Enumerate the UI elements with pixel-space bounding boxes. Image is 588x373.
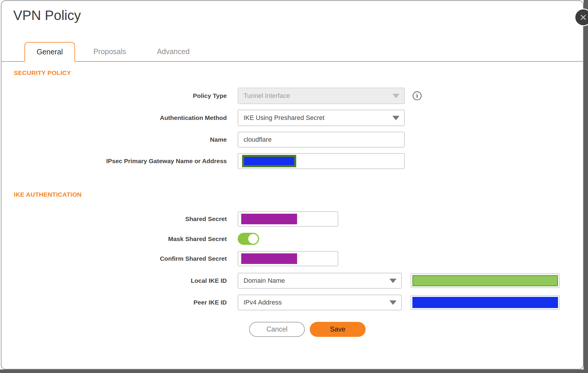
local-ike-id-label: Local IKE ID	[1, 277, 227, 284]
local-ike-id-row: Local IKE ID Domain Name	[1, 273, 585, 289]
peer-ike-id-row: Peer IKE ID IPv4 Address	[1, 295, 585, 310]
policy-type-value: Tunnel Interface	[244, 92, 290, 100]
dialog-actions: Cancel Save	[249, 322, 585, 337]
shared-secret-label: Shared Secret	[1, 215, 227, 223]
confirm-shared-secret-redaction	[241, 253, 297, 264]
shared-secret-row: Shared Secret	[1, 211, 585, 227]
policy-type-row: Policy Type Tunnel Interface i	[1, 88, 585, 104]
authentication-method-row: Authentication Method IKE Using Preshare…	[1, 110, 585, 126]
chevron-down-icon	[389, 300, 397, 305]
local-ike-id-redaction	[412, 275, 558, 286]
authentication-method-value: IKE Using Preshared Secret	[244, 114, 324, 122]
security-policy-section-title: SECURITY POLICY	[14, 69, 585, 76]
mask-shared-secret-label: Mask Shared Secret	[1, 235, 227, 242]
peer-ike-id-type-value: IPv4 Address	[244, 299, 282, 306]
modal-right-edge	[584, 0, 588, 373]
gateway-row: IPsec Primary Gateway Name or Address	[1, 153, 585, 169]
chevron-down-icon	[392, 116, 399, 120]
cancel-button[interactable]: Cancel	[249, 322, 305, 337]
policy-type-label: Policy Type	[1, 92, 227, 99]
save-button[interactable]: Save	[310, 322, 366, 337]
mask-shared-secret-toggle[interactable]	[238, 233, 259, 245]
info-icon-glyph: i	[416, 93, 418, 99]
peer-ike-id-label: Peer IKE ID	[1, 299, 227, 306]
confirm-shared-secret-row: Confirm Shared Secret	[1, 251, 585, 266]
policy-type-select: Tunnel Interface	[238, 88, 405, 104]
tab-bar: General Proposals Advanced	[1, 42, 584, 62]
confirm-shared-secret-label: Confirm Shared Secret	[1, 255, 227, 262]
gateway-label: IPsec Primary Gateway Name or Address	[1, 158, 227, 165]
close-icon: ✕	[579, 12, 587, 23]
name-row: Name cloudflare	[1, 132, 585, 148]
tab-proposals[interactable]: Proposals	[83, 42, 136, 61]
local-ike-id-type-value: Domain Name	[244, 277, 285, 285]
authentication-method-label: Authentication Method	[1, 114, 227, 121]
info-icon[interactable]: i	[413, 91, 422, 100]
mask-shared-secret-row: Mask Shared Secret	[1, 233, 585, 245]
general-tab-content: SECURITY POLICY Policy Type Tunnel Inter…	[1, 62, 585, 337]
local-ike-id-value-input[interactable]	[411, 273, 560, 288]
tab-general-label: General	[37, 48, 63, 56]
name-label: Name	[1, 136, 227, 143]
peer-ike-id-select[interactable]: IPv4 Address	[238, 295, 402, 310]
vpn-policy-dialog: VPN Policy General Proposals Advanced SE…	[1, 0, 584, 369]
tab-advanced[interactable]: Advanced	[147, 42, 200, 61]
name-value: cloudflare	[244, 136, 271, 143]
dialog-title: VPN Policy	[13, 7, 81, 23]
ike-authentication-section-title: IKE AUTHENTICATION	[14, 191, 585, 198]
tab-proposals-label: Proposals	[93, 47, 126, 56]
chevron-down-icon	[389, 279, 397, 283]
shared-secret-redaction	[241, 214, 297, 224]
modal-bottom-edge	[0, 369, 588, 373]
confirm-shared-secret-input[interactable]	[238, 251, 338, 266]
local-ike-id-select[interactable]: Domain Name	[238, 273, 402, 289]
chevron-down-icon	[392, 94, 399, 98]
tab-general[interactable]: General	[24, 42, 75, 62]
toggle-knob	[248, 234, 258, 244]
shared-secret-input[interactable]	[238, 211, 338, 227]
gateway-address-redaction	[242, 155, 296, 167]
peer-ike-id-value-input[interactable]	[411, 295, 560, 310]
gateway-address-input[interactable]	[238, 153, 405, 169]
peer-ike-id-redaction	[412, 297, 558, 308]
name-input[interactable]: cloudflare	[238, 132, 405, 148]
tab-advanced-label: Advanced	[157, 47, 189, 56]
authentication-method-select[interactable]: IKE Using Preshared Secret	[238, 110, 405, 126]
